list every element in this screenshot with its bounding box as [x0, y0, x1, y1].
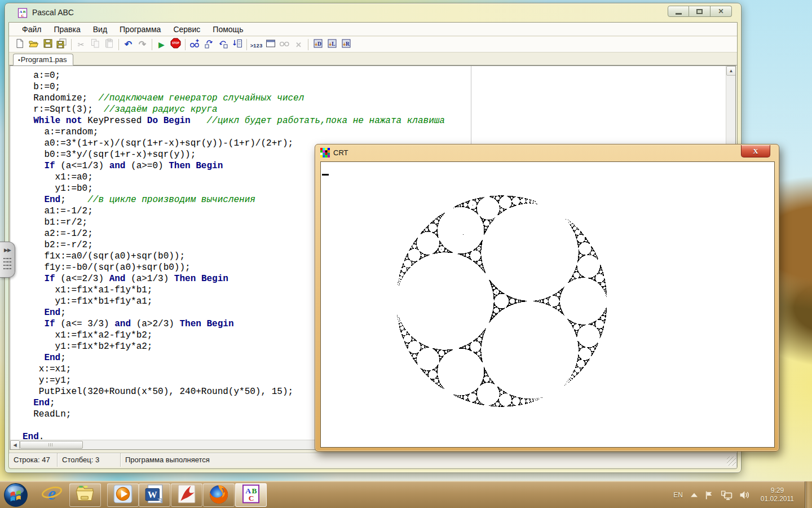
- resize-grip[interactable]: [727, 457, 736, 466]
- output-window-button[interactable]: [263, 38, 277, 51]
- taskbar-item-adobe-reader[interactable]: [171, 483, 202, 507]
- system-tray: EN 9:29 01.02.2011: [673, 481, 804, 508]
- show-desktop-button[interactable]: [805, 481, 812, 508]
- expr-eval-button[interactable]: >123: [249, 38, 263, 51]
- volume-icon[interactable]: [739, 491, 751, 500]
- stop-button[interactable]: STOP: [169, 38, 183, 51]
- toolbar-separator: [152, 39, 152, 50]
- open-file-button[interactable]: [27, 38, 41, 51]
- minimize-icon: [676, 13, 682, 15]
- watch-window-button: [277, 38, 292, 51]
- crt-output-area: [320, 161, 775, 448]
- new-file-button[interactable]: [12, 38, 27, 51]
- close-button[interactable]: ✕: [710, 6, 732, 17]
- panel-l-button[interactable]: L: [325, 38, 339, 51]
- firefox-icon: [208, 483, 230, 507]
- status-line: Строка: 47: [9, 453, 58, 467]
- copy-icon: [90, 38, 100, 51]
- crt-title-bar[interactable]: CRT X: [315, 144, 779, 161]
- svg-text:L: L: [332, 41, 335, 47]
- language-indicator[interactable]: EN: [673, 491, 683, 499]
- modified-marker: •: [18, 56, 20, 63]
- paste-icon: [104, 38, 114, 51]
- run-icon: ▶: [158, 40, 165, 50]
- taskbar-item-internet-explorer[interactable]: e: [39, 483, 64, 507]
- side-panel-handle[interactable]: ▶▶: [0, 242, 15, 278]
- save-file-icon: [43, 38, 53, 51]
- grip-dots-icon: [3, 257, 11, 269]
- menu-item-1[interactable]: Файл: [16, 23, 47, 36]
- scroll-left-arrow[interactable]: ◀: [10, 440, 20, 450]
- status-column: Столбец: 3: [58, 453, 121, 467]
- taskbar-item-windows-explorer[interactable]: [69, 483, 101, 507]
- taskbar-item-pascal-abc[interactable]: ABC: [235, 483, 267, 507]
- step-into-button[interactable]: [230, 38, 244, 51]
- step-into-icon: [232, 38, 242, 51]
- taskbar-item-firefox[interactable]: [203, 483, 235, 507]
- minimize-button[interactable]: [668, 6, 689, 17]
- save-file-button[interactable]: [41, 38, 55, 51]
- taskbar-item-word[interactable]: W: [139, 483, 170, 507]
- toolbar-separator: [71, 39, 72, 50]
- step-over-icon: [204, 38, 214, 51]
- step-over-button[interactable]: [202, 38, 216, 51]
- toolbar: ✂↶↷▶STOP>123✕DLR: [9, 37, 737, 52]
- step-out-button[interactable]: [216, 38, 230, 51]
- apollonian-gasket-fractal: [321, 165, 682, 436]
- code-line-2: b:=0;: [23, 81, 726, 93]
- pascal-abc-logo-icon: ABC: [17, 8, 28, 18]
- caption-buttons: ✕: [668, 6, 732, 17]
- code-line-4: r:=Sqrt(3); //задаём радиус круга: [23, 104, 726, 115]
- save-all-icon: [56, 38, 67, 51]
- watch-add-button[interactable]: [188, 38, 202, 51]
- watch-add-icon: [189, 38, 200, 51]
- menu-item-6[interactable]: Помощь: [206, 23, 249, 36]
- run-button[interactable]: ▶: [155, 38, 169, 51]
- output-window-icon: [266, 38, 276, 51]
- start-button[interactable]: [3, 483, 28, 507]
- clock[interactable]: 9:29 01.02.2011: [761, 487, 794, 503]
- menu-item-3[interactable]: Вид: [87, 23, 113, 36]
- adobe-reader-icon: [176, 483, 197, 507]
- action-center-flag-icon[interactable]: [704, 491, 714, 500]
- network-icon[interactable]: [721, 491, 732, 500]
- paste-button: [102, 38, 116, 51]
- panel-r-button[interactable]: R: [339, 38, 353, 51]
- hscroll-thumb[interactable]: [20, 441, 83, 449]
- menu-item-4[interactable]: Программа: [113, 23, 167, 36]
- crt-title: CRT: [333, 148, 348, 157]
- scroll-up-arrow[interactable]: ▲: [726, 66, 736, 76]
- internet-explorer-icon: e: [41, 483, 63, 507]
- undo-button[interactable]: ↶: [121, 38, 135, 51]
- code-line-1: a:=0;: [23, 70, 726, 81]
- hidden-icons-chevron-icon[interactable]: [691, 493, 698, 497]
- word-icon: W: [144, 483, 165, 507]
- hscroll-grip: [48, 443, 54, 446]
- svg-text:C: C: [249, 494, 254, 502]
- maximize-button[interactable]: [689, 6, 710, 17]
- cut-button: ✂: [74, 38, 88, 51]
- toolbar-separator: [118, 39, 119, 50]
- crt-text-cursor: [322, 174, 329, 176]
- maximize-icon: [696, 9, 703, 14]
- svg-text:C: C: [21, 14, 24, 18]
- crt-close-button[interactable]: X: [741, 145, 770, 157]
- crt-window: CRT X: [315, 144, 779, 452]
- toolbar-separator: [185, 39, 186, 50]
- close-window-button: ✕: [292, 38, 306, 51]
- title-bar[interactable]: ABC Pascal ABC ✕: [5, 3, 741, 22]
- menu-item-2[interactable]: Правка: [47, 23, 86, 36]
- copy-button: [88, 38, 102, 51]
- clock-time: 9:29: [761, 487, 794, 495]
- windows-explorer-icon: [74, 483, 96, 507]
- menu-item-5[interactable]: Сервис: [167, 23, 206, 36]
- save-all-button[interactable]: [55, 38, 69, 51]
- toolbar-separator: [308, 39, 308, 50]
- tab-program1[interactable]: •Program1.pas: [13, 54, 73, 65]
- crt-pixels-icon: [320, 148, 330, 157]
- taskbar-item-media-player[interactable]: [107, 483, 139, 507]
- expand-arrows-icon: ▶▶: [4, 247, 11, 253]
- panel-d-icon: D: [312, 38, 323, 51]
- panel-d-button[interactable]: D: [311, 38, 325, 51]
- status-message: Программа выполняется: [121, 453, 737, 467]
